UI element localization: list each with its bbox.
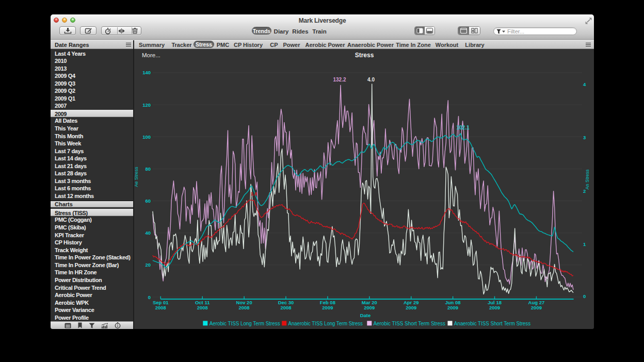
- svg-text:100: 100: [142, 134, 151, 140]
- svg-text:Aerobic TISS Long Term Stress: Aerobic TISS Long Term Stress: [210, 320, 280, 326]
- svg-text:2008: 2008: [280, 305, 291, 310]
- svg-text:Anaerobic TISS Long Term Stres: Anaerobic TISS Long Term Stress: [288, 320, 363, 326]
- svg-text:2008: 2008: [155, 305, 166, 310]
- svg-text:2009: 2009: [364, 305, 375, 310]
- svg-text:0: 0: [583, 293, 586, 299]
- svg-text:2008: 2008: [197, 305, 208, 310]
- svg-text:2009: 2009: [531, 305, 542, 310]
- svg-text:102.1: 102.1: [456, 125, 469, 130]
- svg-text:More...: More...: [142, 52, 160, 58]
- svg-text:1.8: 1.8: [251, 191, 257, 196]
- svg-text:2008: 2008: [239, 305, 250, 310]
- svg-text:Date: Date: [360, 312, 371, 318]
- svg-text:1: 1: [583, 241, 586, 247]
- svg-text:132.2: 132.2: [333, 77, 346, 83]
- svg-text:2009: 2009: [322, 305, 333, 310]
- svg-text:Aerobic TISS Short Term Stress: Aerobic TISS Short Term Stress: [373, 320, 445, 326]
- svg-text:Anaerobic TISS Short Term Stre: Anaerobic TISS Short Term Stress: [454, 320, 531, 326]
- svg-text:3: 3: [583, 135, 586, 140]
- svg-text:2009: 2009: [406, 305, 416, 310]
- svg-text:2009: 2009: [447, 305, 458, 310]
- svg-text:4.0: 4.0: [367, 77, 375, 83]
- svg-text:40: 40: [145, 230, 151, 236]
- svg-text:An Stress: An Stress: [585, 169, 590, 190]
- svg-text:60: 60: [145, 198, 151, 204]
- svg-text:120: 120: [142, 102, 151, 108]
- svg-text:4: 4: [583, 81, 586, 87]
- svg-text:2009: 2009: [489, 305, 500, 310]
- svg-text:20: 20: [145, 262, 151, 268]
- svg-text:80: 80: [145, 166, 151, 172]
- svg-text:Ae Stress: Ae Stress: [135, 167, 139, 187]
- svg-text:0: 0: [148, 294, 151, 300]
- svg-text:Stress: Stress: [355, 52, 374, 59]
- svg-text:140: 140: [142, 70, 151, 75]
